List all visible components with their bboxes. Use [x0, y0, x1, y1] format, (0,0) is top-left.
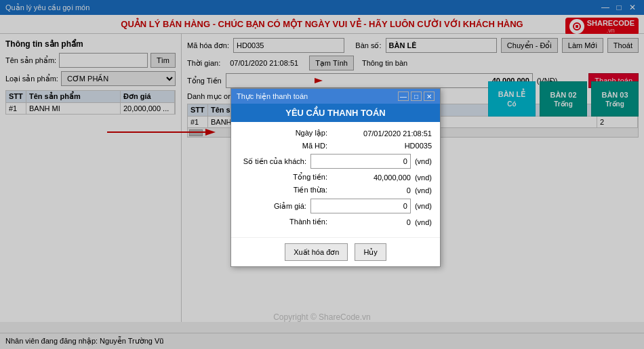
dialog-date-row: Ngày lập: 07/01/2020 21:08:51: [239, 129, 432, 138]
dialog-customer-label: Số tiền của khách:: [239, 157, 306, 166]
dialog-discount-label: Giảm giá:: [239, 202, 306, 211]
dialog-close[interactable]: ✕: [424, 91, 435, 101]
dialog-final-label: Thành tiền:: [239, 218, 327, 226]
dialog-date-value: 07/01/2020 21:08:51: [331, 129, 432, 138]
dialog-change-row: Tiền thừa: 0 (vnd): [239, 186, 432, 194]
dialog-invoice-row: Mã HD: HD0035: [239, 142, 432, 150]
dialog-discount-row: Giảm giá: (vnd): [239, 199, 432, 213]
dialog-title-controls: — □ ✕: [398, 91, 435, 101]
dialog-footer: Xuất hóa đơn Hủy: [231, 237, 440, 266]
dialog-total-row: Tổng tiền: 40,000,000 (vnd): [239, 173, 432, 182]
dialog-invoice-label: Mã HD:: [239, 142, 327, 150]
dialog-invoice-value: HD0035: [331, 142, 432, 150]
dialog-change-label: Tiền thừa:: [239, 186, 327, 194]
customer-amount-input[interactable]: [310, 154, 411, 169]
export-invoice-button[interactable]: Xuất hóa đơn: [285, 243, 348, 261]
dialog-header: YÊU CẦU THANH TOÁN: [231, 104, 440, 122]
dialog-final-row: Thành tiền: 0 (vnd): [239, 218, 432, 226]
dialog-title-bar: Thực hiện thanh toán — □ ✕: [231, 89, 440, 104]
dialog-change-unit: (vnd): [415, 186, 432, 194]
cancel-button[interactable]: Hủy: [355, 243, 386, 261]
dialog-minimize[interactable]: —: [398, 91, 409, 101]
dialog-final-value: 0: [331, 218, 411, 226]
dialog-header-text: YÊU CẦU THANH TOÁN: [285, 108, 385, 118]
discount-input[interactable]: [310, 199, 411, 213]
dialog-total-unit: (vnd): [415, 173, 432, 182]
dialog-maximize[interactable]: □: [411, 91, 422, 101]
dialog-date-label: Ngày lập:: [239, 129, 327, 138]
dialog-title-text: Thực hiện thanh toán: [237, 92, 308, 101]
dialog-final-unit: (vnd): [415, 218, 432, 226]
dialog-change-value: 0: [331, 186, 411, 194]
dialog-total-label: Tổng tiền:: [239, 173, 327, 182]
dialog-discount-unit: (vnd): [415, 202, 432, 210]
payment-dialog: Thực hiện thanh toán — □ ✕ YÊU CẦU THANH…: [230, 88, 441, 267]
dialog-body: Ngày lập: 07/01/2020 21:08:51 Mã HD: HD0…: [231, 122, 440, 237]
dialog-total-value: 40,000,000: [331, 173, 411, 182]
dialog-customer-amount-row: Số tiền của khách: (vnd): [239, 154, 432, 169]
dialog-customer-unit: (vnd): [415, 157, 432, 165]
